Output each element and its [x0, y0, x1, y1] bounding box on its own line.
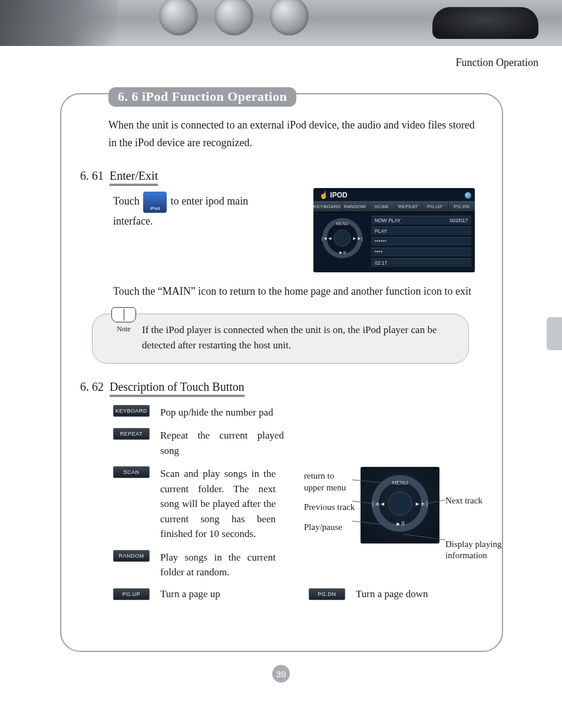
info-row: PLAY: [371, 226, 471, 236]
subsection-number: 6. 61: [80, 169, 104, 183]
ipod-app-icon: [143, 192, 167, 213]
scan-button: SCAN: [113, 466, 150, 478]
decor-dashboard: [432, 7, 538, 39]
svg-text:|◄◄: |◄◄: [322, 236, 332, 241]
page-banner: [0, 0, 562, 46]
page-number: 39: [272, 665, 290, 683]
ipod-interface-screenshot: ☝ IPOD KEYBOARD RANDOM SCAN REPEAT PG.UP…: [313, 188, 475, 272]
svg-point-1: [334, 230, 351, 246]
tab-random: RANDOM: [342, 202, 368, 212]
note-callout: Note If the iPod player is connected whe…: [92, 314, 469, 364]
note-text: If the iPod player is connected when the…: [142, 324, 437, 351]
svg-text:►►|: ►►|: [352, 236, 363, 241]
scan-desc: Scan and play songs in the current folde…: [160, 466, 276, 542]
subsection-title: Enter/Exit: [110, 169, 158, 186]
control-wheel-panel: MENU |◄◄ ►►| ►II: [361, 467, 439, 543]
subsection-number: 6. 62: [80, 380, 104, 394]
label-display: Display playing information: [445, 539, 516, 562]
tab-pgup: PG.UP: [422, 202, 448, 212]
decor-knob: [214, 0, 253, 35]
svg-text:MENU: MENU: [336, 222, 349, 226]
tab-keyboard: KEYBOARD: [313, 202, 342, 212]
touch-prefix: Touch: [113, 196, 140, 207]
svg-point-7: [388, 492, 412, 515]
note-icon: Note: [111, 307, 136, 335]
intro-text: When the unit is connected to an externa…: [108, 117, 483, 151]
tab-pgdn: PG.DN: [449, 202, 475, 212]
page-header: Function Operation: [456, 57, 538, 69]
pgdn-button: PG.DN: [309, 588, 345, 600]
svg-text:►II: ►II: [395, 521, 404, 527]
keyboard-desc: Pop up/hide the number pad: [160, 405, 284, 420]
repeat-desc: Repeat the current played song: [160, 428, 284, 458]
label-next: Next track: [445, 495, 516, 507]
svg-text:►II: ►II: [339, 250, 346, 255]
close-icon: [465, 192, 471, 199]
subsection-title: Description of Touch Button: [110, 380, 244, 397]
info-row: ****: [371, 248, 471, 257]
pgdn-desc: Turn a page down: [356, 588, 428, 600]
random-desc: Play songs in the current folder at rand…: [160, 550, 276, 580]
section-side-tab: [547, 317, 562, 350]
decor-knob: [270, 0, 309, 35]
tab-scan: SCAN: [368, 202, 395, 212]
content-frame: 6. 6 iPod Function Operation When the un…: [60, 93, 503, 652]
tab-repeat: REPEAT: [395, 202, 422, 212]
label-play: Play/pause: [304, 522, 356, 533]
label-return: return to upper menu: [304, 470, 356, 493]
pgup-desc: Turn a page up: [160, 588, 254, 600]
info-row: ******: [371, 237, 471, 246]
pgup-button: PG.UP: [113, 588, 150, 600]
svg-text:MENU: MENU: [392, 480, 408, 486]
info-row: 02:17: [371, 258, 471, 268]
control-wheel-icon: MENU |◄◄ ►►| ►II: [320, 218, 365, 259]
section-title: 6. 6 iPod Function Operation: [108, 87, 296, 107]
decor-knob: [159, 0, 198, 35]
info-row: NOW PLAY002/017: [371, 216, 471, 225]
ipod-title: IPOD: [330, 191, 347, 199]
random-button: RANDOM: [113, 550, 150, 562]
enter-instruction: Touch to enter ipod main interface.: [113, 192, 278, 230]
repeat-button: REPEAT: [113, 428, 150, 440]
exit-instruction: Touch the “MAIN” icon to return to the h…: [113, 283, 483, 301]
note-label: Note: [117, 325, 130, 333]
svg-text:►►|: ►►|: [415, 500, 428, 507]
label-prev: Previous track: [304, 502, 356, 513]
keyboard-button: KEYBOARD: [113, 405, 150, 417]
svg-text:|◄◄: |◄◄: [372, 500, 385, 507]
